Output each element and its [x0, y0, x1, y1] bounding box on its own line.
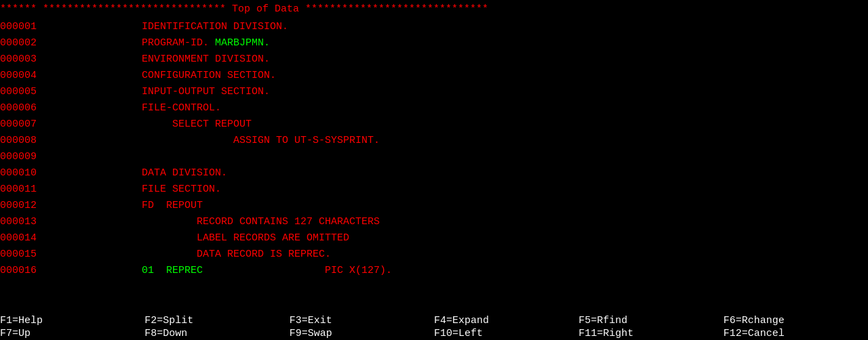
line-number: 000015 — [0, 247, 75, 263]
line-number: 000013 — [0, 214, 75, 230]
code-line: 000012 FD REPOUT — [0, 198, 868, 214]
function-bar: F1=HelpF2=SplitF3=ExitF4=ExpandF5=RfindF… — [0, 314, 868, 340]
code-area: ****** ****************************** To… — [0, 0, 868, 314]
code-line: 000004 CONFIGURATION SECTION. — [0, 68, 868, 84]
line-number: 000010 — [0, 165, 75, 182]
line-content: ASSIGN TO UT-S-SYSPRINT. — [75, 133, 380, 149]
fkey-item[interactable]: F3=Exit — [290, 315, 434, 326]
fkey-item[interactable]: F7=Up — [0, 328, 144, 339]
code-line: 000008 ASSIGN TO UT-S-SYSPRINT. — [0, 133, 868, 149]
code-lines: 000001 IDENTIFICATION DIVISION.000002 PR… — [0, 19, 868, 279]
fkey-item[interactable]: F2=Split — [144, 315, 289, 326]
code-line: 000002 PROGRAM-ID. MARBJPMN. — [0, 35, 868, 51]
line-content: LABEL RECORDS ARE OMITTED — [75, 230, 349, 247]
line-number: 000008 — [0, 133, 75, 149]
line-content: FD REPOUT — [75, 198, 203, 214]
line-number: 000004 — [0, 68, 75, 84]
code-line: 000001 IDENTIFICATION DIVISION. — [0, 19, 868, 35]
code-line: 000014 LABEL RECORDS ARE OMITTED — [0, 230, 868, 247]
fkey-row-2: F7=UpF8=DownF9=SwapF10=LeftF11=RightF12=… — [0, 327, 868, 340]
code-line: 000010 DATA DIVISION. — [0, 165, 868, 182]
code-line: 000006 FILE-CONTROL. — [0, 100, 868, 116]
line-number: 000014 — [0, 230, 75, 247]
line-content: SELECT REPOUT — [75, 116, 252, 133]
line-content: FILE-CONTROL. — [75, 100, 221, 116]
code-line: 000005 INPUT-OUTPUT SECTION. — [0, 84, 868, 100]
code-line: 000009 — [0, 149, 868, 165]
fkey-item[interactable]: F5=Rfind — [578, 315, 723, 326]
line-content: DATA RECORD IS REPREC. — [75, 247, 331, 263]
fkey-row-1: F1=HelpF2=SplitF3=ExitF4=ExpandF5=RfindF… — [0, 314, 868, 327]
line-content: PROGRAM-ID. MARBJPMN. — [75, 35, 270, 51]
fkey-item[interactable]: F8=Down — [144, 328, 289, 339]
code-line: 000007 SELECT REPOUT — [0, 116, 868, 133]
line-number: 000011 — [0, 182, 75, 198]
line-content: INPUT-OUTPUT SECTION. — [75, 84, 270, 100]
code-line: 000015 DATA RECORD IS REPREC. — [0, 247, 868, 263]
line-number: 000002 — [0, 35, 75, 51]
line-number: 000016 — [0, 263, 75, 279]
line-number: 000005 — [0, 84, 75, 100]
line-content: DATA DIVISION. — [75, 165, 227, 182]
fkey-item[interactable]: F1=Help — [0, 315, 144, 326]
line-number: 000007 — [0, 116, 75, 133]
code-line: 000003 ENVIRONMENT DIVISION. — [0, 51, 868, 68]
fkey-item[interactable]: F6=Rchange — [724, 315, 868, 326]
line-number: 000006 — [0, 100, 75, 116]
line-content: ENVIRONMENT DIVISION. — [75, 51, 270, 68]
code-line: 000011 FILE SECTION. — [0, 182, 868, 198]
fkey-item[interactable]: F10=Left — [434, 328, 578, 339]
fkey-item[interactable]: F9=Swap — [290, 328, 434, 339]
line-content: RECORD CONTAINS 127 CHARACTERS — [75, 214, 380, 230]
line-content: 01 REPREC PIC X(127). — [75, 263, 392, 279]
line-content: CONFIGURATION SECTION. — [75, 68, 276, 84]
terminal: ****** ****************************** To… — [0, 0, 868, 340]
fkey-item[interactable]: F11=Right — [578, 328, 723, 339]
code-line: 000013 RECORD CONTAINS 127 CHARACTERS — [0, 214, 868, 230]
line-content: IDENTIFICATION DIVISION. — [75, 19, 288, 35]
header-line: ****** ****************************** To… — [0, 0, 868, 19]
fkey-item[interactable]: F4=Expand — [434, 315, 578, 326]
line-number: 000001 — [0, 19, 75, 35]
code-line: 000016 01 REPREC PIC X(127). — [0, 263, 868, 279]
line-content: FILE SECTION. — [75, 182, 221, 198]
line-number: 000012 — [0, 198, 75, 214]
fkey-item[interactable]: F12=Cancel — [724, 328, 868, 339]
line-number: 000003 — [0, 51, 75, 68]
line-number: 000009 — [0, 149, 75, 165]
